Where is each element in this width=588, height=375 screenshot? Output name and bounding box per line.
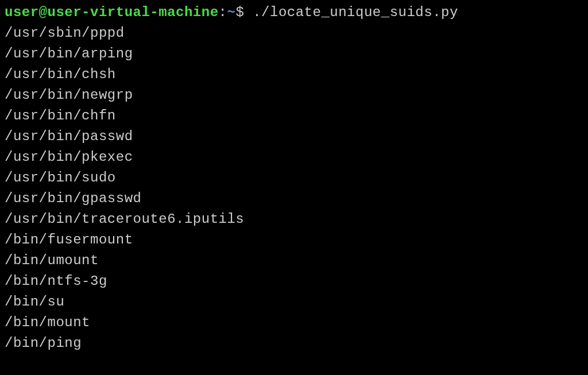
output-line: /usr/bin/pkexec [5,147,583,168]
command-text: ./locate_unique_suids.py [253,5,458,20]
output-line: /bin/ntfs-3g [5,271,583,292]
output-line: /usr/bin/chsh [5,64,583,85]
prompt-user-host: user@user-virtual-machine [5,5,219,20]
output-line: /bin/su [5,292,583,312]
output-line: /usr/sbin/pppd [5,23,583,44]
prompt-path: ~ [227,5,235,20]
output-line: /bin/umount [5,250,583,271]
output-line: /usr/bin/gpasswd [5,188,583,209]
output-line: /usr/bin/sudo [5,168,583,188]
output-line: /usr/bin/newgrp [5,85,583,106]
output-line: /bin/ping [5,333,583,354]
terminal-window[interactable]: user@user-virtual-machine:~$ ./locate_un… [5,2,583,354]
prompt-line: user@user-virtual-machine:~$ ./locate_un… [5,5,458,20]
output-line: /usr/bin/passwd [5,126,583,147]
prompt-dollar: $ [235,5,253,20]
output-line: /usr/bin/arping [5,44,583,64]
output-line: /bin/mount [5,312,583,333]
output-line: /usr/bin/traceroute6.iputils [5,209,583,230]
output-line: /bin/fusermount [5,230,583,250]
prompt-colon: : [219,5,227,20]
output-line: /usr/bin/chfn [5,106,583,126]
